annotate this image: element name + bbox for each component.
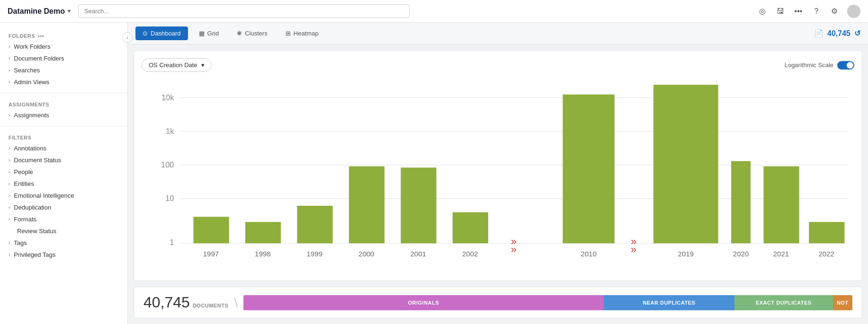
- svg-text:2019: 2019: [678, 250, 694, 258]
- tab-grid[interactable]: ▦ Grid: [192, 26, 226, 40]
- bar-2000[interactable]: [349, 166, 385, 244]
- originals-label: ORIGINALS: [408, 300, 439, 306]
- filters-section-title: FILTERS: [0, 131, 127, 142]
- sidebar-item-label: Review Status: [17, 228, 56, 235]
- tab-label: Dashboard: [151, 30, 181, 37]
- svg-text:2022: 2022: [818, 250, 834, 258]
- cat-exact-duplicates[interactable]: EXACT DUPLICATES: [734, 295, 832, 310]
- total-doc-count: 40,745: [143, 294, 190, 311]
- sidebar-item-label: Assignments: [14, 112, 49, 119]
- bar-1997[interactable]: [193, 217, 229, 243]
- doc-label: DOCUMENTS: [193, 303, 228, 311]
- main-content: ⊙ Dashboard ▦ Grid ❋ Clusters ⊞ Heatmap …: [128, 23, 868, 324]
- sidebar-item-searches[interactable]: › Searches: [0, 64, 127, 76]
- sidebar-item-label: Document Folders: [14, 55, 64, 62]
- bar-2020[interactable]: [731, 161, 751, 244]
- app-chevron[interactable]: ▾: [68, 8, 71, 14]
- sidebar-item-review-status[interactable]: Review Status: [0, 225, 127, 237]
- sidebar-item-label: Privileged Tags: [14, 251, 55, 258]
- sidebar-item-annotations[interactable]: › Annotations: [0, 142, 127, 154]
- svg-text:»: »: [631, 236, 636, 247]
- sidebar-item-emotional-intelligence[interactable]: › Emotional Intelligence: [0, 190, 127, 201]
- sidebar-item-privileged-tags[interactable]: › Privileged Tags: [0, 249, 127, 261]
- sidebar-collapse-button[interactable]: ‹: [122, 32, 133, 43]
- search-input[interactable]: [78, 4, 410, 18]
- folders-menu-icon[interactable]: •••: [38, 33, 44, 39]
- svg-text:2010: 2010: [581, 250, 596, 258]
- doc-count-icon: 📄: [814, 29, 823, 38]
- bar-2021[interactable]: [763, 166, 799, 244]
- sidebar-item-work-folders[interactable]: › Work Folders: [0, 41, 127, 53]
- log-scale-control: Logarithmic Scale: [785, 61, 854, 70]
- bar-2010[interactable]: [563, 95, 614, 244]
- arrow-icon: ›: [9, 146, 10, 151]
- cat-not[interactable]: NOT: [833, 295, 852, 310]
- refresh-icon[interactable]: ↺: [854, 29, 860, 38]
- svg-text:10: 10: [165, 194, 174, 202]
- bar-chart: 10k 1k 100 10 1 1997 1998: [142, 78, 854, 281]
- sidebar-item-admin-views[interactable]: › Admin Views: [0, 76, 127, 88]
- toolbar-right: 📄 40,745 ↺: [814, 29, 860, 38]
- help-icon[interactable]: ?: [811, 6, 822, 17]
- cat-near-duplicates[interactable]: NEAR DUPLICATES: [604, 295, 735, 310]
- svg-text:»: »: [511, 236, 517, 247]
- top-nav: Datamine Demo ▾ ◎ 🖫 ••• ? ⚙: [0, 0, 868, 23]
- arrow-icon: ›: [9, 193, 10, 198]
- doc-count: 40,745: [827, 29, 850, 38]
- log-scale-toggle[interactable]: [837, 61, 854, 70]
- dropdown-label: OS Creation Date: [149, 61, 197, 69]
- tab-clusters[interactable]: ❋ Clusters: [230, 26, 275, 40]
- sidebar-item-label: Formats: [14, 216, 36, 223]
- svg-text:1k: 1k: [166, 127, 174, 135]
- sidebar-item-document-folders[interactable]: › Document Folders: [0, 53, 127, 64]
- arrow-icon: ›: [9, 113, 10, 118]
- bar-2002[interactable]: [453, 212, 488, 244]
- sidebar-item-label: Searches: [14, 67, 40, 74]
- sidebar-item-label: Emotional Intelligence: [14, 192, 74, 199]
- dashboard-icon: ⊙: [143, 30, 148, 37]
- sidebar-divider-2: [0, 126, 127, 126]
- arrow-icon: ›: [9, 181, 10, 186]
- app-title[interactable]: Datamine Demo ▾: [8, 7, 71, 16]
- save-icon[interactable]: 🖫: [775, 6, 786, 17]
- svg-text:10k: 10k: [161, 93, 174, 102]
- target-icon[interactable]: ◎: [757, 6, 768, 17]
- app-name: Datamine Demo: [8, 7, 65, 16]
- sidebar-item-deduplication[interactable]: › Deduplication: [0, 201, 127, 213]
- tab-label: Grid: [207, 30, 219, 37]
- sidebar: FOLDERS ••• › Work Folders › Document Fo…: [0, 23, 128, 324]
- not-label: NOT: [837, 300, 849, 306]
- arrow-icon: ›: [9, 169, 10, 175]
- bar-chart-wrapper: 10k 1k 100 10 1 1997 1998: [142, 78, 854, 281]
- svg-text:2020: 2020: [733, 250, 749, 258]
- sidebar-item-assignments[interactable]: › Assignments: [0, 109, 127, 121]
- sidebar-divider: [0, 93, 127, 93]
- tab-label: Heatmap: [294, 30, 319, 37]
- date-field-dropdown[interactable]: OS Creation Date ▾: [142, 58, 212, 72]
- sidebar-item-entities[interactable]: › Entities: [0, 178, 127, 190]
- category-bars: ORIGINALS NEAR DUPLICATES EXACT DUPLICAT…: [243, 295, 852, 310]
- sidebar-item-label: Document Status: [14, 157, 61, 164]
- log-scale-label: Logarithmic Scale: [785, 61, 833, 69]
- bar-2022[interactable]: [809, 222, 844, 243]
- bar-2019[interactable]: [653, 85, 718, 243]
- svg-text:2000: 2000: [358, 250, 374, 258]
- tab-dashboard[interactable]: ⊙ Dashboard: [135, 26, 188, 40]
- sidebar-item-label: Tags: [14, 239, 27, 246]
- near-duplicates-label: NEAR DUPLICATES: [643, 300, 695, 306]
- sidebar-item-formats[interactable]: › Formats: [0, 213, 127, 225]
- settings-icon[interactable]: ⚙: [829, 6, 840, 17]
- sidebar-item-people[interactable]: › People: [0, 166, 127, 178]
- folders-section-title: FOLDERS •••: [0, 29, 127, 41]
- sidebar-item-tags[interactable]: › Tags: [0, 237, 127, 249]
- cat-originals[interactable]: ORIGINALS: [243, 295, 604, 310]
- avatar[interactable]: [847, 5, 860, 18]
- bar-1999[interactable]: [297, 206, 332, 243]
- sidebar-item-document-status[interactable]: › Document Status: [0, 154, 127, 166]
- more-icon[interactable]: •••: [793, 6, 804, 17]
- assignments-section-title: ASSIGNMENTS: [0, 98, 127, 109]
- grid-icon: ▦: [199, 30, 205, 37]
- tab-heatmap[interactable]: ⊞ Heatmap: [278, 26, 326, 40]
- bar-1998[interactable]: [245, 222, 281, 243]
- bar-2001[interactable]: [401, 167, 436, 243]
